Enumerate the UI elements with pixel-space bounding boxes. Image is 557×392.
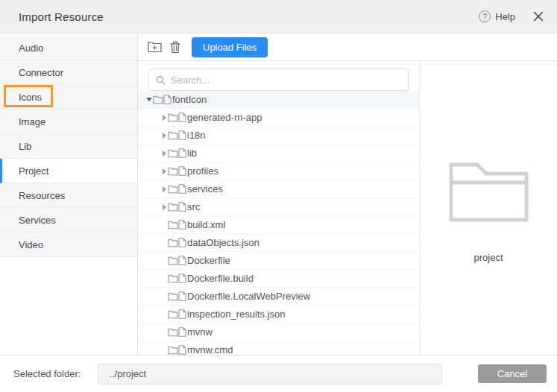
file-icon: [178, 274, 186, 283]
cancel-button[interactable]: Cancel: [478, 364, 547, 383]
tree-item-label: fontIcon: [172, 94, 207, 105]
folder-icon: [168, 238, 178, 247]
sidebar-item-label: Video: [19, 239, 43, 250]
help-question-icon: [479, 10, 491, 22]
sidebar-item-label: Services: [19, 215, 56, 226]
close-icon[interactable]: [533, 11, 544, 22]
new-folder-icon[interactable]: [148, 41, 162, 53]
tree-item-label: inspection_results.json: [187, 309, 286, 320]
tree-row[interactable]: Dockerfile: [138, 252, 419, 270]
tree-item-label: src: [187, 201, 200, 212]
preview-folder-name: project: [473, 252, 503, 263]
folder-icon: [168, 185, 178, 194]
tree-row[interactable]: Dockerfile.LocalWebPreview: [138, 288, 419, 306]
tree-item-label: services: [187, 183, 223, 195]
tree-row[interactable]: mvnw.cmd: [138, 341, 419, 355]
folder-icon: [168, 221, 178, 230]
tree-row[interactable]: i18n: [138, 127, 419, 145]
help-button[interactable]: Help: [479, 10, 515, 22]
help-label: Help: [495, 11, 515, 22]
sidebar-item-label: Connector: [19, 67, 63, 78]
tree-row[interactable]: inspection_results.json: [138, 306, 419, 323]
folder-icon: [168, 346, 178, 355]
file-icon: [178, 166, 186, 176]
tree-item-label: Dockerfile.build: [187, 273, 254, 284]
file-icon: [178, 113, 186, 122]
sidebar-item[interactable]: Connector: [0, 60, 137, 85]
tree-item-label: i18n: [187, 130, 206, 141]
tree-row[interactable]: fontIcon: [138, 91, 419, 109]
search-input[interactable]: [171, 75, 401, 86]
category-sidebar: Audio Connector Icons Image Lib Project: [0, 34, 138, 355]
folder-icon: [168, 274, 178, 283]
sidebar-item[interactable]: Services: [0, 208, 137, 233]
tree-row[interactable]: mvnw: [138, 323, 419, 341]
tree-item-label: Dockerfile: [187, 255, 230, 266]
folder-icon: [168, 203, 178, 212]
search-icon: [156, 75, 166, 85]
file-icon: [178, 345, 186, 355]
sidebar-item[interactable]: Video: [0, 233, 137, 257]
sidebar-item-label: Project: [19, 165, 48, 177]
folder-icon: [168, 167, 178, 176]
sidebar-item-label: Icons: [19, 92, 42, 103]
dialog-footer: Selected folder: Cancel: [0, 355, 557, 392]
import-resource-dialog: Import Resource Help Audio Connector: [0, 0, 557, 392]
file-tree: fontIcon: [138, 91, 419, 355]
file-icon: [178, 184, 186, 194]
tree-row[interactable]: generated-rn-app: [138, 109, 419, 127]
tree-row[interactable]: lib: [138, 145, 419, 162]
sidebar-item[interactable]: Resources: [0, 183, 137, 208]
selected-folder-label: Selected folder:: [13, 368, 81, 379]
folder-icon: [168, 328, 178, 337]
tree-item-label: build.xml: [187, 219, 225, 230]
sidebar-item-label: Resources: [19, 190, 65, 201]
sidebar-item[interactable]: Image: [0, 110, 137, 134]
tree-row[interactable]: src: [138, 198, 419, 216]
sidebar-item[interactable]: Icons: [0, 85, 137, 110]
sidebar-item-label: Image: [19, 116, 45, 127]
dialog-title: Import Resource: [19, 10, 104, 23]
tree-row[interactable]: services: [138, 180, 419, 198]
folder-icon: [168, 131, 178, 140]
sidebar-item[interactable]: Lib: [0, 134, 137, 159]
file-icon: [178, 202, 186, 212]
folder-icon: [168, 310, 178, 319]
file-icon: [178, 220, 186, 230]
tree-row[interactable]: dataObjects.json: [138, 234, 419, 252]
upload-files-button[interactable]: Upload Files: [192, 37, 268, 57]
file-icon: [178, 327, 186, 337]
sidebar-item[interactable]: Project: [0, 159, 137, 183]
sidebar-item-label: Audio: [19, 42, 43, 54]
folder-icon: [153, 95, 163, 104]
file-toolbar: Upload Files: [138, 34, 557, 61]
selected-folder-input[interactable]: [98, 364, 442, 385]
folder-icon: [168, 292, 178, 301]
search-box: [148, 69, 409, 91]
tree-item-label: profiles: [187, 165, 218, 177]
file-icon: [178, 130, 186, 140]
folder-icon: [168, 149, 178, 158]
tree-row[interactable]: build.xml: [138, 216, 419, 234]
file-icon: [163, 95, 171, 104]
tree-item-label: mvnw: [187, 326, 213, 338]
file-icon: [178, 148, 186, 158]
tree-row[interactable]: profiles: [138, 162, 419, 180]
file-tree-panel: fontIcon: [138, 61, 420, 355]
preview-panel: project: [420, 61, 557, 355]
file-icon: [178, 238, 186, 247]
folder-icon: [168, 256, 178, 265]
dialog-header: Import Resource Help: [0, 0, 557, 34]
sidebar-item[interactable]: Audio: [0, 36, 137, 60]
folder-icon: [168, 113, 178, 122]
delete-trash-icon[interactable]: [170, 41, 180, 54]
tree-item-label: mvnw.cmd: [187, 344, 233, 355]
tree-row[interactable]: Dockerfile.build: [138, 270, 419, 288]
tree-item-label: dataObjects.json: [187, 237, 259, 248]
folder-preview-icon: [449, 162, 529, 225]
sidebar-item-label: Lib: [19, 141, 31, 152]
tree-item-label: Dockerfile.LocalWebPreview: [187, 291, 310, 302]
file-icon: [178, 309, 186, 319]
tree-item-label: generated-rn-app: [187, 112, 262, 123]
file-icon: [178, 256, 186, 265]
